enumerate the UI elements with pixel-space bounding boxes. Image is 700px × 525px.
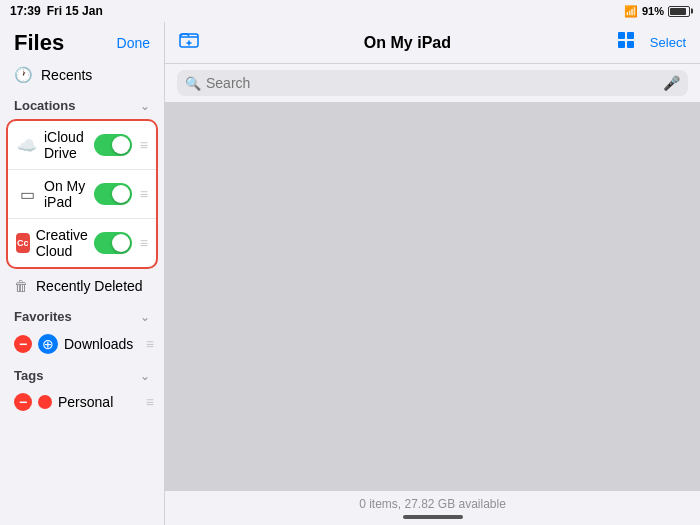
svg-rect-4	[627, 41, 634, 48]
sidebar-item-recents[interactable]: 🕐 Recents	[0, 60, 164, 90]
svg-rect-1	[618, 32, 625, 39]
mic-icon[interactable]: 🎤	[663, 75, 680, 91]
recents-label: Recents	[41, 67, 150, 83]
locations-label: Locations	[14, 98, 75, 113]
tags-label: Tags	[14, 368, 43, 383]
content-title: On My iPad	[201, 34, 614, 52]
scroll-indicator	[403, 515, 463, 519]
location-item-cc[interactable]: Cc Creative Cloud ≡	[8, 219, 156, 267]
content-area: On My iPad Select 🔍 🎤	[165, 22, 700, 525]
content-empty-area	[165, 103, 700, 490]
recents-icon: 🕐	[14, 66, 33, 84]
grid-view-button[interactable]	[614, 28, 638, 57]
battery-icon	[668, 6, 690, 17]
downloads-remove-button[interactable]: −	[14, 335, 32, 353]
tags-chevron-icon: ⌄	[140, 369, 150, 383]
locations-edit-box: ☁️ iCloud Drive ≡ ▭ On My iPad ≡ Cc Crea…	[6, 119, 158, 269]
favorites-chevron-icon: ⌄	[140, 310, 150, 324]
cc-label: Creative Cloud	[36, 227, 88, 259]
tags-section-header[interactable]: Tags ⌄	[0, 360, 164, 387]
downloads-drag-handle[interactable]: ≡	[146, 336, 154, 352]
toolbar-left-icons	[177, 28, 201, 57]
icloud-toggle[interactable]	[94, 134, 132, 156]
personal-label: Personal	[58, 394, 113, 410]
recently-deleted-label: Recently Deleted	[36, 278, 143, 294]
cc-drag-handle[interactable]: ≡	[140, 235, 148, 251]
personal-remove-button[interactable]: −	[14, 393, 32, 411]
downloads-icon: ⊕	[38, 334, 58, 354]
wifi-icon: 📶	[624, 5, 638, 18]
time-display: 17:39	[10, 4, 41, 18]
ipad-label: On My iPad	[44, 178, 88, 210]
search-icon: 🔍	[185, 76, 201, 91]
ipad-drag-handle[interactable]: ≡	[140, 186, 148, 202]
content-footer: 0 items, 27.82 GB available	[165, 490, 700, 525]
toolbar-right-icons: Select	[614, 28, 688, 57]
location-item-icloud[interactable]: ☁️ iCloud Drive ≡	[8, 121, 156, 170]
date-display: Fri 15 Jan	[47, 4, 103, 18]
ipad-icon: ▭	[16, 183, 38, 205]
personal-drag-handle[interactable]: ≡	[146, 394, 154, 410]
footer-text: 0 items, 27.82 GB available	[359, 497, 506, 511]
svg-rect-2	[627, 32, 634, 39]
new-folder-button[interactable]	[177, 28, 201, 57]
favorites-section-header[interactable]: Favorites ⌄	[0, 301, 164, 328]
trash-icon: 🗑	[14, 278, 28, 294]
status-bar: 17:39 Fri 15 Jan 📶 91%	[0, 0, 700, 22]
done-button[interactable]: Done	[117, 35, 150, 51]
locations-chevron-icon: ⌄	[140, 99, 150, 113]
ipad-toggle[interactable]	[94, 183, 132, 205]
favorites-item-downloads[interactable]: − ⊕ Downloads ≡	[0, 328, 164, 360]
location-item-ipad[interactable]: ▭ On My iPad ≡	[8, 170, 156, 219]
sidebar-header: Files Done	[0, 22, 164, 60]
downloads-label: Downloads	[64, 336, 133, 352]
cc-toggle[interactable]	[94, 232, 132, 254]
battery-pct: 91%	[642, 5, 664, 17]
icloud-icon: ☁️	[16, 134, 38, 156]
search-input[interactable]	[206, 75, 658, 91]
creative-cloud-icon: Cc	[16, 233, 30, 253]
svg-rect-3	[618, 41, 625, 48]
sidebar: Files Done 🕐 Recents Locations ⌄ ☁️ iClo…	[0, 22, 165, 525]
recently-deleted-item[interactable]: 🗑 Recently Deleted	[0, 271, 164, 301]
search-bar: 🔍 🎤	[165, 64, 700, 103]
locations-section-header[interactable]: Locations ⌄	[0, 90, 164, 117]
search-input-wrap[interactable]: 🔍 🎤	[177, 70, 688, 96]
icloud-label: iCloud Drive	[44, 129, 88, 161]
favorites-label: Favorites	[14, 309, 72, 324]
personal-tag-dot	[38, 395, 52, 409]
tags-item-personal[interactable]: − Personal ≡	[0, 387, 164, 417]
select-button[interactable]: Select	[648, 33, 688, 52]
icloud-drag-handle[interactable]: ≡	[140, 137, 148, 153]
content-toolbar: On My iPad Select	[165, 22, 700, 64]
main-container: Files Done 🕐 Recents Locations ⌄ ☁️ iClo…	[0, 22, 700, 525]
sidebar-title: Files	[14, 30, 64, 56]
